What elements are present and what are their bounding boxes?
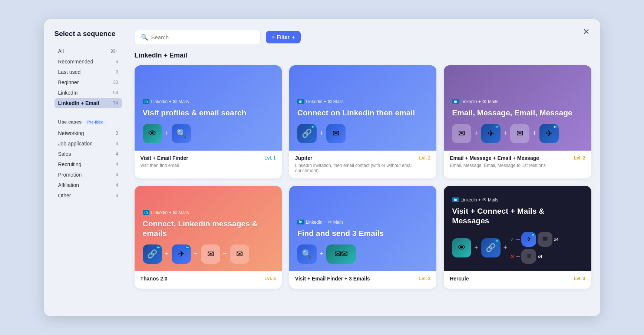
message-icon-3b: ✈ in	[539, 124, 559, 143]
connect-icon-4: 🔗 in	[143, 244, 162, 264]
sidebar-usecase-affiliation[interactable]: Affiliation4	[55, 180, 122, 190]
search-box[interactable]: 🔍	[135, 30, 261, 45]
card-desc-1: Visit then find email	[141, 163, 276, 168]
card-desc-2: LinkedIn Invitation, then email contact …	[295, 163, 430, 173]
card-title-3: Email, Message, Email, Message	[452, 108, 583, 118]
card-visual-2[interactable]: in Linkedin + ✉ Mails Connect on Linkedi…	[289, 65, 436, 151]
card-type-3: in Linkedin + ✉ Mails	[452, 99, 583, 104]
multi-email-icon: ✉✉	[326, 244, 356, 264]
x4-badge-2: x4	[538, 254, 542, 259]
sidebar-usecase-other[interactable]: Other3	[55, 190, 122, 201]
search-icon: 🔍	[141, 34, 148, 41]
modal-body: Select a sequence All99+Recommended6Last…	[44, 19, 600, 316]
card-title-4: Connect, Linkedin messages & emails	[143, 219, 274, 239]
card-level-1: Lvl. 1	[264, 155, 276, 161]
sidebar-item-all[interactable]: All99+	[55, 46, 122, 56]
email-icon-3b: ✉	[510, 124, 529, 143]
sidebar-main-items: All99+Recommended6Last used0Beginner30Li…	[55, 46, 122, 108]
card-type-1: in Linkedin + ✉ Mails	[143, 99, 274, 104]
linkedin-icon-2: in	[297, 99, 304, 104]
select-sequence-modal: ✕ Select a sequence All99+Recommended6La…	[44, 19, 600, 316]
card-meta-3: Email + Message + Email + Message Lvl. 2…	[444, 151, 591, 173]
card-name-5: Visit + Email Finder + 3 Emails	[295, 276, 370, 282]
card-title-6: Visit + Connect + Mails & Messages	[452, 206, 583, 226]
in-badge: in	[311, 125, 316, 128]
section-title: LinkedIn + Email	[135, 52, 591, 59]
card-visual-6[interactable]: in Linkedin + ✉ Mails Visit + Connect + …	[444, 186, 591, 271]
card-visual-5[interactable]: in Linkedin + ✉ Mails Find and send 3 Em…	[289, 186, 436, 271]
check-icon: ✓	[510, 236, 515, 242]
use-case-items: Networking3Job application3Sales4Recruit…	[55, 128, 122, 201]
card-level-2: Lvl. 2	[419, 155, 430, 161]
sidebar: Select a sequence All99+Recommended6Last…	[44, 30, 129, 316]
linkedin-icon-5: in	[297, 220, 304, 224]
sequence-card-4[interactable]: in Linkedin + ✉ Mails Connect, Linkedin …	[135, 186, 282, 289]
card-type-4: in Linkedin + ✉ Mails	[143, 210, 274, 215]
card-visual-4[interactable]: in Linkedin + ✉ Mails Connect, Linkedin …	[135, 186, 282, 271]
card-meta-1: Visit + Email Finder Lvl. 1 Visit then f…	[135, 151, 282, 173]
card-visual-1[interactable]: in Linkedin + ✉ Mails Visit profiles & e…	[135, 65, 282, 151]
email-icon-6b: ✉	[521, 249, 536, 264]
filter-icon: ≡	[272, 34, 275, 40]
linkedin-icon-3: in	[452, 99, 459, 104]
card-visual-3[interactable]: in Linkedin + ✉ Mails Email, Message, Em…	[444, 65, 591, 151]
sequence-card-1[interactable]: in Linkedin + ✉ Mails Visit profiles & e…	[135, 65, 282, 178]
prefilled-badge: Pre-filled	[85, 119, 106, 125]
card-icons-6: 👁 + 🔗 in + ✓ —	[452, 232, 583, 264]
card-type-6: in Linkedin + ✉ Mails	[452, 197, 583, 203]
card-name-3: Email + Message + Email + Message	[450, 155, 539, 161]
sequence-card-6[interactable]: in Linkedin + ✉ Mails Visit + Connect + …	[444, 186, 591, 289]
mail-icon-6: ✉	[482, 197, 486, 203]
visit-icon-6: 👁	[452, 238, 471, 257]
search-icon-5: 🔍	[297, 244, 317, 264]
linkedin-icon-6: in	[452, 197, 459, 202]
sidebar-usecase-recruiting[interactable]: Recruiting4	[55, 159, 122, 170]
sidebar-item-linkedin[interactable]: LinkedIn54	[55, 88, 122, 98]
email-icon: ✉	[326, 124, 346, 143]
visit-icon: 👁	[143, 124, 162, 143]
card-meta-6: Hercule Lvl. 3	[444, 271, 591, 289]
close-button[interactable]: ✕	[580, 26, 592, 38]
connect-icon-6: 🔗 in	[481, 238, 501, 257]
sidebar-item-recommended[interactable]: Recommended6	[55, 56, 122, 67]
sidebar-item-beginner[interactable]: Beginner30	[55, 77, 122, 88]
email-icon-4a: ✉	[201, 244, 220, 264]
linkedin-icon-4: in	[143, 210, 150, 215]
in-badge-3b: in	[553, 125, 557, 128]
card-type-2: in Linkedin + ✉ Mails	[297, 99, 428, 104]
x4-badge-1: x4	[554, 237, 558, 242]
card-level-5: Lvl. 3	[419, 276, 430, 281]
sidebar-usecase-networking[interactable]: Networking3	[55, 128, 122, 138]
sequence-card-2[interactable]: in Linkedin + ✉ Mails Connect on Linkedi…	[289, 65, 436, 178]
filter-plus: +	[292, 34, 295, 40]
sidebar-usecase-job-application[interactable]: Job application3	[55, 138, 122, 149]
card-title-1: Visit profiles & email search	[143, 108, 274, 118]
sidebar-usecase-promotion[interactable]: Promotion4	[55, 170, 122, 180]
sidebar-usecase-sales[interactable]: Sales4	[55, 149, 122, 159]
sequence-card-3[interactable]: in Linkedin + ✉ Mails Email, Message, Em…	[444, 65, 591, 178]
mail-icon-3: ✉	[482, 99, 486, 104]
card-type-5: in Linkedin + ✉ Mails	[297, 219, 428, 225]
sidebar-divider	[55, 113, 122, 113]
card-meta-2: Jupiter Lvl. 2 LinkedIn Invitation, then…	[289, 151, 436, 178]
search-input[interactable]	[151, 34, 254, 40]
main-content: 🔍 ≡ Filter + LinkedIn + Email in Linke	[129, 30, 600, 316]
card-icons-1: 👁 + 🔍	[143, 124, 274, 143]
in-badge-4b: in	[185, 246, 190, 249]
card-title-5: Find and send 3 Emails	[297, 229, 428, 238]
card-name-4: Thanos 2.0	[141, 276, 168, 282]
sequence-card-5[interactable]: in Linkedin + ✉ Mails Find and send 3 Em…	[289, 186, 436, 289]
sidebar-title: Select a sequence	[55, 30, 122, 38]
email-icon-4b: ✉	[230, 244, 249, 264]
use-cases-header: Use cases Pre-filled	[55, 118, 122, 128]
filter-button[interactable]: ≡ Filter +	[266, 31, 301, 43]
in-badge-4: in	[156, 246, 161, 249]
mail-icon-5: ✉	[328, 219, 332, 225]
sidebar-item-last-used[interactable]: Last used0	[55, 67, 122, 77]
connect-icon: 🔗 in	[297, 124, 317, 143]
sidebar-item-linkedin-+-email[interactable]: LinkedIn + Email74	[55, 98, 122, 108]
mail-icon: ✉	[173, 99, 177, 104]
card-icons-3: ✉ + ✈ in + ✉ + ✈ in	[452, 124, 583, 143]
send-icon-4: ✈ in	[172, 244, 191, 264]
cards-grid: in Linkedin + ✉ Mails Visit profiles & e…	[135, 65, 591, 289]
